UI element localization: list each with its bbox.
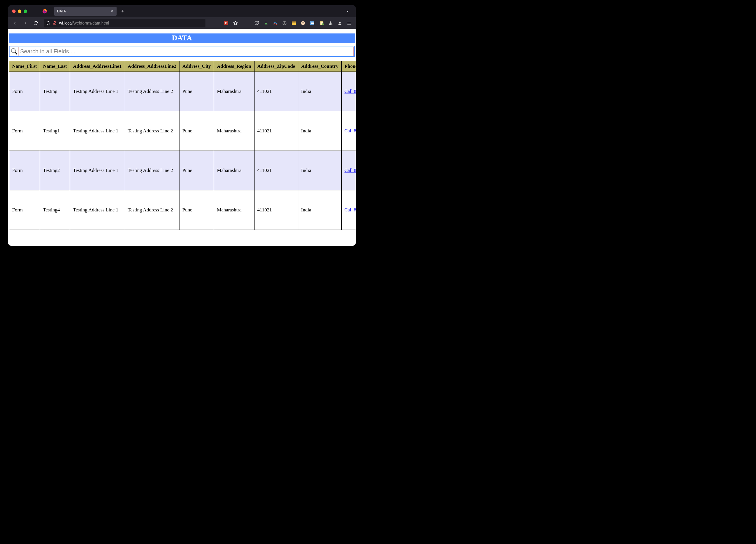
col-addr1[interactable]: Address_AddressLine1 bbox=[70, 61, 125, 72]
shield-icon bbox=[46, 21, 50, 25]
cell-last: Testing4 bbox=[40, 190, 70, 230]
cell-region: Maharashtra bbox=[214, 72, 254, 111]
svg-rect-12 bbox=[292, 21, 296, 23]
cell-first: Form bbox=[9, 111, 40, 151]
window-maximize-button[interactable] bbox=[24, 10, 27, 13]
col-region[interactable]: Address_Region bbox=[214, 61, 254, 72]
search-input[interactable] bbox=[18, 47, 354, 56]
cell-phone: Call 888 bbox=[341, 151, 356, 190]
phone-link[interactable]: Call 888 bbox=[345, 128, 356, 134]
svg-point-14 bbox=[302, 23, 302, 23]
table-row: FormTestingTesting Address Line 1Testing… bbox=[9, 72, 356, 111]
account-button[interactable] bbox=[336, 19, 344, 27]
extension-icon-7[interactable] bbox=[317, 19, 326, 27]
cell-phone: Call 888 bbox=[341, 111, 356, 151]
downloads-button[interactable] bbox=[262, 19, 270, 27]
cell-city: Pune bbox=[179, 111, 214, 151]
cell-first: Form bbox=[9, 72, 40, 111]
extension-icon-3[interactable] bbox=[280, 19, 289, 27]
col-name-last[interactable]: Name_Last bbox=[40, 61, 70, 72]
svg-line-25 bbox=[15, 52, 17, 54]
table-row: FormTesting1Testing Address Line 1Testin… bbox=[9, 111, 356, 151]
cell-region: Maharashtra bbox=[214, 151, 254, 190]
window-minimize-button[interactable] bbox=[18, 10, 21, 13]
reload-button[interactable] bbox=[31, 18, 40, 28]
cell-country: India bbox=[298, 72, 341, 111]
traffic-lights bbox=[10, 10, 29, 13]
table-row: FormTesting4Testing Address Line 1Testin… bbox=[9, 190, 356, 230]
cell-zip: 411021 bbox=[254, 151, 298, 190]
data-table: Name_First Name_Last Address_AddressLine… bbox=[9, 61, 356, 230]
cell-last: Testing2 bbox=[40, 151, 70, 190]
extension-icon-6[interactable] bbox=[308, 19, 317, 27]
col-city[interactable]: Address_City bbox=[179, 61, 214, 72]
browser-tab[interactable]: DATA ✕ bbox=[54, 7, 117, 16]
cell-addr2: Testing Address Line 2 bbox=[125, 190, 179, 230]
extension-icon-2[interactable] bbox=[271, 19, 280, 27]
cell-last: Testing1 bbox=[40, 111, 70, 151]
tab-close-button[interactable]: ✕ bbox=[110, 9, 114, 14]
svg-text:B: B bbox=[225, 22, 227, 25]
cell-region: Maharashtra bbox=[214, 190, 254, 230]
phone-link[interactable]: Call 888 bbox=[345, 207, 356, 213]
cell-zip: 411021 bbox=[254, 190, 298, 230]
tab-overflow-button[interactable] bbox=[341, 9, 353, 13]
svg-point-13 bbox=[301, 21, 305, 25]
cell-city: Pune bbox=[179, 151, 214, 190]
page-title: DATA bbox=[9, 33, 355, 43]
col-country[interactable]: Address_Country bbox=[298, 61, 341, 72]
firefox-icon bbox=[42, 9, 47, 14]
cell-first: Form bbox=[9, 151, 40, 190]
nav-bar: wf.local/webforms/data.html B bbox=[8, 17, 356, 29]
tab-title: DATA bbox=[57, 9, 66, 13]
col-phone[interactable]: PhoneN bbox=[341, 61, 356, 72]
menu-button[interactable] bbox=[345, 19, 353, 27]
table-header-row: Name_First Name_Last Address_AddressLine… bbox=[9, 61, 356, 72]
back-button[interactable] bbox=[10, 18, 20, 28]
extension-icon-5[interactable] bbox=[299, 19, 307, 27]
cell-zip: 411021 bbox=[254, 111, 298, 151]
cell-region: Maharashtra bbox=[214, 111, 254, 151]
pocket-button[interactable] bbox=[252, 19, 261, 27]
cell-country: India bbox=[298, 190, 341, 230]
svg-point-19 bbox=[322, 23, 324, 25]
browser-window: DATA ✕ + wf.local/webforms/data.html bbox=[8, 5, 356, 246]
lock-icon bbox=[53, 21, 57, 25]
search-icon bbox=[10, 47, 18, 55]
svg-rect-18 bbox=[311, 23, 314, 24]
svg-point-1 bbox=[44, 10, 46, 13]
col-name-first[interactable]: Name_First bbox=[9, 61, 40, 72]
col-addr2[interactable]: Address_AddressLine2 bbox=[125, 61, 179, 72]
extension-icon-1[interactable]: B bbox=[222, 19, 231, 27]
cell-last: Testing bbox=[40, 72, 70, 111]
cell-addr2: Testing Address Line 2 bbox=[125, 72, 179, 111]
new-tab-button[interactable]: + bbox=[118, 7, 127, 16]
cell-addr2: Testing Address Line 2 bbox=[125, 111, 179, 151]
cell-addr2: Testing Address Line 2 bbox=[125, 151, 179, 190]
cell-addr1: Testing Address Line 1 bbox=[70, 111, 125, 151]
cell-addr1: Testing Address Line 1 bbox=[70, 72, 125, 111]
svg-point-15 bbox=[303, 23, 304, 23]
extension-icon-8[interactable] bbox=[326, 19, 335, 27]
bookmark-button[interactable] bbox=[231, 19, 240, 27]
cell-city: Pune bbox=[179, 190, 214, 230]
svg-rect-11 bbox=[292, 23, 296, 25]
cell-country: India bbox=[298, 151, 341, 190]
url-bar[interactable]: wf.local/webforms/data.html bbox=[44, 19, 205, 27]
forward-button[interactable] bbox=[21, 18, 30, 28]
cell-addr1: Testing Address Line 1 bbox=[70, 151, 125, 190]
search-wrap bbox=[9, 46, 355, 57]
svg-point-20 bbox=[339, 22, 340, 23]
extension-icon-4[interactable] bbox=[289, 19, 298, 27]
url-text: wf.local/webforms/data.html bbox=[59, 21, 109, 25]
toolbar-right: B bbox=[222, 19, 353, 27]
col-zip[interactable]: Address_ZipCode bbox=[254, 61, 298, 72]
tab-bar: DATA ✕ + bbox=[8, 5, 356, 17]
cell-city: Pune bbox=[179, 72, 214, 111]
phone-link[interactable]: Call 888 bbox=[345, 168, 356, 173]
cell-first: Form bbox=[9, 190, 40, 230]
phone-link[interactable]: Call 888 bbox=[345, 89, 356, 94]
window-close-button[interactable] bbox=[12, 10, 16, 13]
page-content: DATA Name_First Name_Last Address_Addres… bbox=[8, 29, 356, 246]
svg-point-10 bbox=[284, 24, 285, 24]
